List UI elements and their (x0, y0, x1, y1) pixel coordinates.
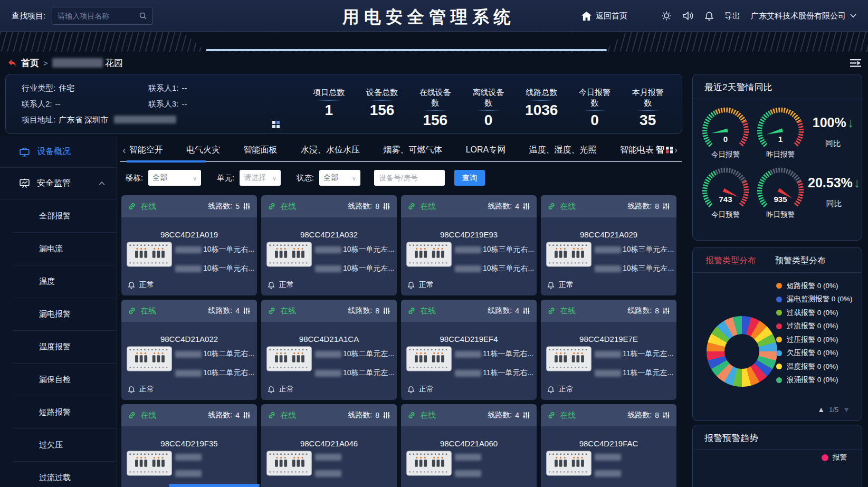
online-status: 在线 (140, 410, 156, 421)
tab-item[interactable]: 智能面板 (243, 145, 277, 156)
tab-item[interactable]: 温度、湿度、光照 (529, 145, 597, 156)
page-down-icon[interactable] (843, 405, 850, 414)
device-card[interactable]: 在线 线路数: 4 98CC4D21A060 (401, 404, 537, 487)
tab-alarm-distribution[interactable]: 报警类型分布 (705, 255, 756, 266)
device-card[interactable]: 在线 线路数: 8 98CC4D21A046 (261, 404, 397, 487)
device-card-header: 在线 线路数: 4 (121, 404, 257, 426)
sidebar-subitem[interactable]: 过流过载 (0, 461, 117, 487)
building-select[interactable]: 全部 (148, 170, 201, 186)
panel-title: 最近2天警情同比 (693, 74, 862, 99)
page-up-icon[interactable] (817, 405, 825, 414)
sliders-icon[interactable] (383, 202, 390, 211)
sliders-icon[interactable] (522, 411, 530, 419)
sidebar-item-safety-supervision[interactable]: 安全监管 (0, 168, 117, 199)
card-header-right: 线路数: 5 (208, 202, 251, 211)
company-dropdown[interactable]: 广东艾科技术股份有限公司 (751, 11, 856, 21)
sliders-icon[interactable] (383, 411, 390, 419)
stat-underline (317, 100, 341, 101)
gauge-label: 今日报警 (698, 150, 753, 159)
tab-item[interactable]: 智能电表 (620, 145, 654, 156)
device-card[interactable]: 在线 线路数: 8 98CC4D219E7E (541, 300, 676, 400)
device-card[interactable]: 在线 线路数: 8 98CC4D219FAC (541, 404, 676, 487)
sliders-icon[interactable] (522, 202, 530, 211)
legend-item: 过载报警 0 (0%) (776, 306, 853, 320)
gauge-today-alarm: 0 今日报警 (698, 104, 753, 159)
back-home-button[interactable]: 返回首页 (581, 11, 627, 21)
device-address-text: 10栋三单元左... (623, 264, 674, 273)
sliders-icon[interactable] (243, 307, 251, 315)
device-address-line: 11栋一单元左... (595, 349, 676, 359)
redacted-text (175, 370, 202, 377)
sidebar-subitem[interactable]: 短路报警 (0, 396, 117, 428)
device-address-line: 11栋一单元左... (595, 368, 676, 378)
sidebar-subitem[interactable]: 漏保自检 (0, 363, 117, 396)
device-card[interactable]: 在线 线路数: 4 98CC4D219F35 (121, 404, 257, 487)
bell-icon[interactable] (704, 11, 714, 21)
device-card[interactable]: 在线 线路数: 8 98CC4D21A1CA (261, 300, 397, 400)
device-card-header: 在线 线路数: 4 (401, 404, 537, 426)
speaker-icon[interactable] (682, 11, 694, 21)
panel-collapse-icon[interactable] (850, 59, 862, 67)
bell-icon (407, 386, 415, 394)
sliders-icon[interactable] (522, 307, 530, 315)
query-button[interactable]: 查询 (454, 170, 485, 186)
search-input[interactable] (58, 12, 139, 20)
device-card[interactable]: 在线 线路数: 4 98CC4D219EF4 (401, 300, 537, 400)
chevron-up-icon[interactable] (99, 182, 105, 186)
device-card-header: 在线 线路数: 8 (541, 195, 676, 217)
company-name: 广东艾科技术股份有限公司 (751, 11, 846, 21)
device-address-line (175, 454, 257, 461)
sidebar-subitem[interactable]: 漏电流 (0, 232, 117, 265)
device-card[interactable]: 在线 线路数: 4 98CC4D21A022 (121, 300, 257, 400)
grid-icon[interactable] (272, 121, 280, 128)
sliders-icon[interactable] (662, 307, 670, 315)
search-icon[interactable] (139, 12, 147, 20)
device-address-line (455, 470, 537, 477)
online-status: 在线 (140, 202, 156, 212)
device-card[interactable]: 在线 线路数: 4 98CC4D219E93 (401, 195, 537, 295)
device-card[interactable]: 在线 线路数: 8 98CC4D21A029 (541, 195, 676, 295)
tab-item[interactable]: 烟雾、可燃气体 (383, 145, 442, 156)
sidebar-subitem[interactable]: 漏电报警 (0, 298, 117, 330)
tab-item[interactable]: 电气火灾 (186, 145, 220, 156)
sliders-icon[interactable] (243, 202, 251, 211)
device-status: 正常 (279, 385, 294, 394)
sliders-icon[interactable] (383, 307, 390, 315)
sidebar-subitem[interactable]: 温度报警 (0, 330, 117, 363)
legend-item: 温度报警 0 (0%) (776, 360, 853, 374)
device-number-input[interactable] (374, 170, 445, 186)
card-header-right: 线路数: 8 (627, 410, 670, 420)
tab-overflow-group[interactable]: 智 (656, 145, 678, 156)
device-address-line: 10栋三单元右... (455, 264, 537, 273)
tabs-scroll-left-icon[interactable] (122, 144, 126, 156)
tab-warning-distribution[interactable]: 预警类型分布 (775, 255, 826, 266)
lines-count-label: 线路数: (348, 410, 372, 420)
gauge-label: 昨日预警 (753, 210, 808, 219)
horizontal-scrollbar-thumb[interactable] (169, 484, 260, 487)
device-card-header: 在线 线路数: 4 (401, 195, 537, 217)
device-card[interactable]: 在线 线路数: 5 98CC4D21A019 (121, 195, 257, 295)
sidebar-subitem[interactable]: 温度 (0, 265, 117, 298)
device-card-footer: 正常 (268, 385, 294, 394)
tab-partial-label: 智 (656, 145, 664, 156)
unit-select[interactable]: 请选择 (240, 170, 281, 186)
sidebar-item-device-overview[interactable]: 设备概况 (0, 136, 117, 168)
device-card[interactable]: 在线 线路数: 8 98CC4D21A032 (261, 195, 397, 295)
status-select[interactable]: 全部 (319, 170, 360, 186)
gear-icon[interactable] (661, 11, 672, 21)
sliders-icon[interactable] (662, 411, 670, 419)
back-arrow-icon[interactable] (7, 59, 17, 68)
sliders-icon[interactable] (662, 202, 670, 211)
distribution-donut-chart (707, 316, 777, 387)
tab-item[interactable]: 智能空开 (129, 145, 163, 156)
sidebar-subitem[interactable]: 全部报警 (0, 199, 117, 232)
tab-item[interactable]: LORA专网 (466, 145, 506, 156)
export-button[interactable]: 导出 (724, 11, 740, 21)
breadcrumb-home[interactable]: 首页 (21, 57, 39, 69)
tab-item[interactable]: 水浸、水位水压 (301, 145, 360, 156)
sliders-icon[interactable] (243, 411, 251, 419)
redacted-text (315, 246, 341, 253)
legend-dot (822, 454, 828, 461)
legend-label: 过压报警 0 (0%) (787, 335, 838, 345)
sidebar-subitem[interactable]: 过欠压 (0, 428, 117, 461)
